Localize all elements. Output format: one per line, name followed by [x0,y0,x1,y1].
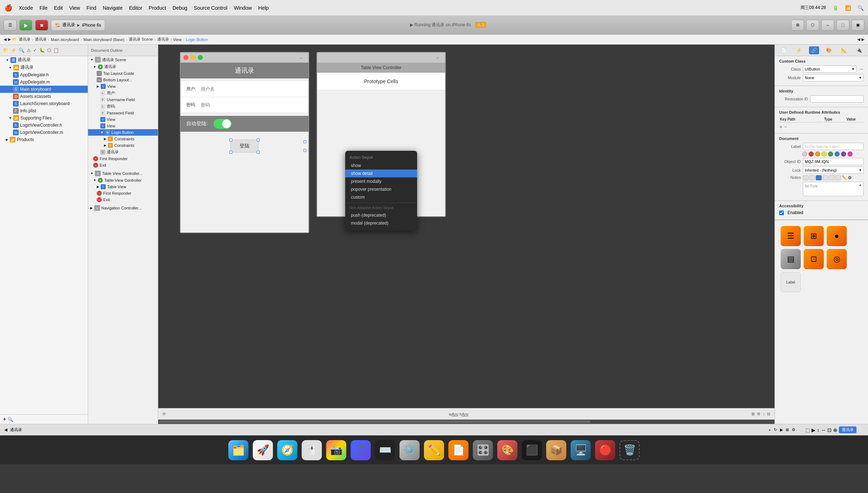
accessibility-enabled-checkbox[interactable] [779,211,784,215]
nav-root-group[interactable]: ▼ 通 通讯录 [0,56,88,64]
scene-item-tongxunlu-label[interactable]: C 通讯录 [88,149,158,155]
menu-product[interactable]: Product [149,5,166,11]
popup-item-show-detail[interactable]: show detail [345,169,417,177]
warning-badge[interactable]: ⚠ 2 [475,22,486,28]
dock-pages[interactable]: 📄 [448,440,469,460]
nav-icon-test[interactable]: ✓ [33,48,37,53]
nav-icon-symbol[interactable]: ⚡ [11,48,17,53]
class-field[interactable]: UIButton ▼ [803,65,856,73]
dock-trash[interactable]: 🗑️ [620,440,640,460]
inspector-tab-attributes[interactable]: 🎨 [824,46,834,54]
dock-app2[interactable]: 📦 [546,440,566,460]
breadcrumb-file[interactable]: Main.storyboard [51,37,79,42]
breadcrumb-controller[interactable]: 通讯录 [157,37,169,42]
menu-debug[interactable]: Debug [173,5,187,11]
nav-icon-search[interactable]: 🔍 [19,48,24,53]
bottom-icon-3[interactable]: ⊞ [786,428,789,432]
menu-file[interactable]: File [40,5,48,11]
nav-products[interactable]: ▶ 📁 Products [0,136,88,143]
color-dot-4[interactable] [822,151,827,157]
dock-app1[interactable]: ⬛ [522,440,542,460]
popup-item-push[interactable]: push (deprecated) [345,211,417,219]
menu-navigate[interactable]: Navigate [103,5,123,11]
menu-find[interactable]: Find [86,5,96,11]
doc-label-field[interactable]: Xcode Specific Label [803,143,864,150]
nav-item-launchscreen[interactable]: S LaunchScreen.storyboard [0,100,88,107]
dock-launchpad[interactable]: 🚀 [253,440,273,460]
breadcrumb-nav-back[interactable]: ◀ [857,37,860,42]
inspector-tab-quick[interactable]: ⚡ [794,46,804,54]
scene-item-pwd-field[interactable]: F Password Field [88,110,158,116]
menu-edit[interactable]: Edit [54,5,63,11]
dock-app3[interactable]: 🖥️ [571,440,591,460]
breakpoint-button[interactable]: ⬡ [806,20,819,31]
note-icon-2[interactable]: ⚙ [848,175,852,180]
scene-item-constraints1[interactable]: ▶ C Constraints [88,136,158,142]
scene-item-username-field[interactable]: F Username Field [88,96,158,103]
scene-item-user-label[interactable]: L 用户: [88,90,158,96]
add-attribute-button[interactable]: + [779,124,782,130]
breadcrumb-nav-fwd[interactable]: ▶ [862,37,864,42]
breadcrumb-base[interactable]: Main.storyboard (Base) [83,37,124,42]
dock-safari[interactable]: 🧭 [277,440,297,460]
collapse-triangle[interactable]: ▼ [6,58,9,62]
inspector-tab-connections[interactable]: 🔌 [854,46,864,54]
restoration-id-field[interactable] [810,95,864,103]
tv-size-control[interactable]: ↔ [433,56,442,60]
popup-item-present-modally[interactable]: present modally [345,177,417,185]
scene-item-table-vc[interactable]: ▼ ● Table View Controller [88,177,158,184]
width-any-button[interactable]: Any [452,412,458,416]
nav-item-loginvc-h[interactable]: h LoginViewController.h [0,122,88,129]
password-input[interactable] [201,102,303,108]
view-toggle-button[interactable]: ⊞ [791,20,804,31]
breadcrumb-view[interactable]: View [173,37,182,42]
note-style-btn-4[interactable] [822,175,828,180]
bottom-icon-4[interactable]: ⚙ [792,428,795,432]
obj-icon-5[interactable]: ⊡ [804,249,824,269]
bottom-vc-icon-4[interactable]: ↔ [821,427,826,433]
scene-item-table-view[interactable]: ▶ T Table View [88,184,158,190]
module-field[interactable]: None ▼ [803,74,864,81]
canvas-align-button[interactable]: ⊟ [767,412,770,416]
layout-button[interactable]: ⬚ [836,20,849,31]
lock-field[interactable]: Inherited - (Nothing) ▼ [803,167,864,174]
nav-add-button[interactable]: + [3,416,6,422]
note-style-btn-1[interactable] [803,175,809,180]
scene-item-bottom-layout[interactable]: B Bottom Layout... [88,77,158,83]
canvas-grid-button[interactable]: ⊞ [751,412,755,416]
nav-icon-breakpoint[interactable]: ⬡ [47,48,51,53]
scene-item-root[interactable]: ▼ S 通讯录 Scene [88,56,158,63]
auto-login-toggle[interactable] [214,119,232,129]
menu-window[interactable]: Window [234,5,252,11]
menu-search[interactable]: 🔍 [858,5,864,11]
bottom-vc-icon-2[interactable]: ▶ [812,427,816,433]
height-any-button[interactable]: Any [462,412,469,416]
color-dot-1[interactable] [802,151,807,157]
run-button[interactable]: ▶ [19,20,32,31]
obj-label-item[interactable]: Label [781,272,801,292]
obj-icon-2[interactable]: ⊞ [804,226,824,246]
scene-item-view2[interactable]: V View [88,116,158,123]
note-style-btn-6[interactable] [835,175,841,180]
apple-menu[interactable]: 🍎 [4,4,12,12]
dock-prefs[interactable]: ⚙️ [399,440,420,460]
dock-photos[interactable]: 📷 [326,440,346,460]
sidebar-toggle-button[interactable]: ☰ [4,20,17,31]
dock-terminal[interactable]: ⌨️ [375,440,395,460]
bottom-vc-icon-3[interactable]: ↕ [817,427,819,433]
note-icon-1[interactable]: ✏️ [842,175,847,180]
nav-supporting-files[interactable]: ▼ 📁 Supporting Files [0,114,88,122]
note-style-btn-5[interactable] [829,175,835,180]
breadcrumb-project[interactable]: 通讯录 [19,37,31,42]
nav-item-appdelegate-m[interactable]: m AppDelegate.m [0,78,88,86]
nav-icon-report[interactable]: 📋 [53,48,59,53]
breadcrumb-item[interactable]: ▶ [8,37,11,42]
dock-colorpicker[interactable]: 🎨 [497,440,517,460]
scene-item-tableview-controller[interactable]: ▼ S Table View Controller... [88,170,158,177]
menu-source-control[interactable]: Source Control [194,5,227,11]
action-segue-popup[interactable]: Action Segue show show detail present mo… [345,151,417,231]
breadcrumb-scene[interactable]: 通讯录 Scene [129,37,153,42]
bottom-vc-icon-5[interactable]: ⊡ [827,427,832,433]
dock-app4[interactable]: 🔴 [595,440,615,460]
dock-finder[interactable]: 🗂️ [228,440,248,460]
